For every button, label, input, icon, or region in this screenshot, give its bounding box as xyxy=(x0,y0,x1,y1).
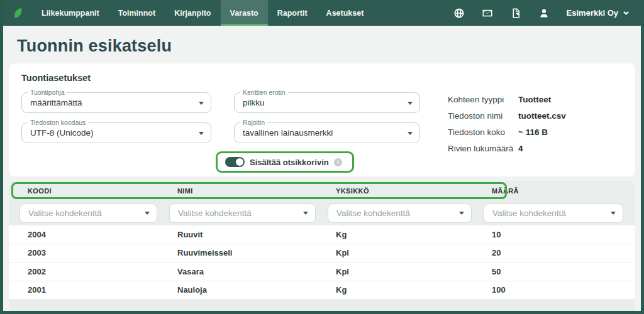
info-row: Tiedoston koko ~ 116 B xyxy=(448,127,566,137)
globe-icon[interactable] xyxy=(453,7,465,19)
mapping-select-koodi[interactable]: Valitse kohdekenttä xyxy=(19,203,157,223)
page-title: Tuonnin esikatselu xyxy=(17,36,627,56)
toggle-knob xyxy=(236,158,243,166)
navbar-actions: Esimerkki Oy xyxy=(453,0,641,26)
info-row: Kohteen tyyppi Tuotteet xyxy=(448,95,566,104)
header-row-toggle-annotation: Sisältää otsikkorivin i xyxy=(216,151,354,173)
table-header-row: KOODI NIMI YKSIKKÖ MÄÄRÄ xyxy=(9,181,635,200)
field-label: Tiedoston koodaus xyxy=(28,119,88,126)
field-label: Tuontipohja xyxy=(28,89,67,96)
select-tiedoston-koodaus[interactable]: Tiedoston koodaus UTF-8 (Unicode) xyxy=(21,122,211,143)
field-value: tavallinen lainausmerkki xyxy=(235,128,333,138)
info-icon[interactable]: i xyxy=(334,158,342,166)
top-navbar: Liikekumppanit Toiminnot Kirjanpito Vara… xyxy=(3,0,641,26)
info-row: Tiedoston nimi tuotteet.csv xyxy=(448,111,566,121)
page-header: Tuonnin esikatselu xyxy=(3,26,641,63)
table-body: 2004 Ruuvit Kg 10 2003 Ruuvimeisseli Kpl… xyxy=(9,225,635,300)
field-label: Rajoitin xyxy=(240,119,267,126)
nav-item-asetukset[interactable]: Asetukset xyxy=(317,0,374,26)
dropdown-caret-icon xyxy=(303,212,308,215)
nav-item-varasto[interactable]: Varasto xyxy=(221,0,268,26)
nav-item-liikekumppanit[interactable]: Liikekumppanit xyxy=(32,0,109,26)
field-value: UTF-8 (Unicode) xyxy=(22,128,94,138)
table-row: 2004 Ruuvit Kg 10 xyxy=(9,225,635,244)
leaf-icon xyxy=(11,6,24,20)
document-icon[interactable] xyxy=(510,7,522,19)
table-row: 2001 Nauloja Kg 100 xyxy=(9,281,635,300)
import-preview-table: KOODI NIMI YKSIKKÖ MÄÄRÄ Valitse kohdeke… xyxy=(9,181,635,314)
mapping-select-yksikko[interactable]: Valitse kohdekenttä xyxy=(328,203,472,223)
file-info-panel: Kohteen tyyppi Tuotteet Tiedoston nimi t… xyxy=(448,92,566,173)
main-menu: Liikekumppanit Toiminnot Kirjanpito Vara… xyxy=(32,0,373,26)
field-mapping-row: Valitse kohdekenttä Valitse kohdekenttä … xyxy=(9,200,635,225)
toggle-label: Sisältää otsikkorivin xyxy=(250,158,329,167)
nav-item-kirjanpito[interactable]: Kirjanpito xyxy=(165,0,220,26)
nav-item-raportit[interactable]: Raportit xyxy=(268,0,317,26)
select-tuontipohja[interactable]: Tuontipohja määrittämättä xyxy=(21,92,211,113)
select-rajoitin[interactable]: Rajoitin tavallinen lainausmerkki xyxy=(234,122,420,143)
column-header-yksikko: YKSIKKÖ xyxy=(328,187,484,195)
mapping-select-maara[interactable]: Valitse kohdekenttä xyxy=(484,203,623,223)
mapping-select-nimi[interactable]: Valitse kohdekenttä xyxy=(169,203,316,223)
dropdown-caret-icon xyxy=(199,102,204,105)
settings-fields: Tuontipohja määrittämättä Kenttien eroti… xyxy=(21,92,420,143)
dropdown-caret-icon xyxy=(145,212,150,215)
field-value: määrittämättä xyxy=(22,98,82,107)
dropdown-caret-icon xyxy=(611,212,616,215)
table-row: 2002 Vasara Kpl 50 xyxy=(9,263,635,281)
user-icon[interactable] xyxy=(538,7,550,19)
import-settings-card: Tuontiasetukset Tuontipohja määrittämätt… xyxy=(9,63,635,176)
company-menu[interactable]: Esimerkki Oy xyxy=(567,8,630,18)
mail-icon[interactable] xyxy=(482,7,494,19)
field-label: Kenttien erotin xyxy=(240,89,288,96)
dropdown-caret-icon xyxy=(408,102,413,105)
nav-item-toiminnot[interactable]: Toiminnot xyxy=(109,0,165,26)
dropdown-caret-icon xyxy=(459,212,464,215)
brand-logo[interactable] xyxy=(3,0,32,26)
column-header-koodi: KOODI xyxy=(19,187,169,195)
app-window: Liikekumppanit Toiminnot Kirjanpito Vara… xyxy=(0,0,644,314)
field-value: pilkku xyxy=(235,98,265,107)
dropdown-caret-icon xyxy=(199,132,204,135)
table-row: 2003 Ruuvimeisseli Kpl 20 xyxy=(9,244,635,263)
select-kenttien-erotin[interactable]: Kenttien erotin pilkku xyxy=(234,92,420,113)
settings-heading: Tuontiasetukset xyxy=(21,73,623,83)
column-header-maara: MÄÄRÄ xyxy=(484,187,635,195)
includes-header-row-toggle[interactable] xyxy=(225,157,245,167)
info-row: Rivien lukumäärä 4 xyxy=(448,144,566,153)
column-header-nimi: NIMI xyxy=(169,187,328,195)
chevron-down-icon xyxy=(623,9,630,16)
dropdown-caret-icon xyxy=(408,132,413,135)
company-name: Esimerkki Oy xyxy=(567,8,618,18)
